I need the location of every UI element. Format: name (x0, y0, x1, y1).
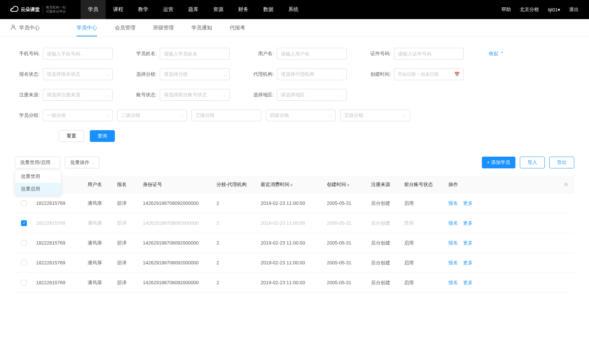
cell-consume: 2019-02-23 11:00:00 (258, 220, 324, 226)
more-link[interactable]: 更多 (463, 280, 473, 285)
enroll-link[interactable]: 报名 (448, 280, 458, 285)
id-column[interactable]: 身份证号 (140, 181, 214, 188)
filter-label: 报名状态: (15, 71, 40, 78)
more-link[interactable]: 更多 (463, 220, 473, 226)
cell-source: 后台创建 (368, 220, 401, 226)
row-checkbox[interactable] (21, 240, 27, 246)
chevron-down-icon: ⌵ (106, 93, 109, 97)
filter-label: 手机号码: (15, 50, 40, 57)
filter-label: 创建时间: (366, 71, 391, 78)
filter-input[interactable] (43, 48, 113, 60)
collapse-link[interactable]: 收起 ⌃ (489, 50, 504, 57)
sub-nav-item-1[interactable]: 会员管理 (115, 19, 135, 36)
sub-nav-item-0[interactable]: 学员中心 (77, 19, 97, 36)
more-link[interactable]: 更多 (463, 200, 473, 206)
bulk-enable-item[interactable]: 批量启用 (15, 183, 61, 195)
export-button[interactable]: 导出 (549, 157, 574, 168)
group-select-0[interactable]: 一级分组⌵ (43, 110, 113, 121)
filter-input[interactable] (160, 48, 230, 60)
branch-selector[interactable]: 北京分校 (520, 6, 539, 13)
nav-item-1[interactable]: 课程 (106, 0, 131, 19)
gear-icon[interactable]: ⚙ (490, 182, 574, 187)
cell-create: 2005-05-31 (324, 280, 368, 285)
filter-input[interactable] (277, 48, 347, 60)
sub-nav-item-4[interactable]: 代报考 (230, 19, 245, 36)
logo[interactable]: 云朵课堂 教育机构一站式服务云平台 (10, 6, 66, 14)
group-select-4[interactable]: 五级分组⌵ (340, 110, 410, 121)
sort-icon: ◆ (347, 183, 350, 187)
filter-select[interactable]: 请选择前台账号状态⌵ (160, 89, 230, 101)
source-column[interactable]: 注册来源 (368, 181, 401, 188)
nav-item-4[interactable]: 题库 (181, 0, 206, 19)
cell-consume: 2019-02-23 11:00:00 (258, 200, 324, 206)
filter-select[interactable]: 请选择报名状态⌵ (43, 68, 113, 80)
cell-branch: 2 (214, 260, 258, 265)
group-select-2[interactable]: 三级分组⌵ (191, 110, 261, 121)
filter-select[interactable]: 请选择注册来源⌵ (43, 89, 113, 101)
enroll-link[interactable]: 报名 (448, 260, 458, 265)
table-row: 18222615769潘筠厚邵泽142629198708092000000220… (15, 193, 574, 213)
username-column[interactable]: 用户名 (85, 181, 114, 188)
user-menu[interactable]: lijt01▾ (548, 7, 560, 13)
nav-item-6[interactable]: 财务 (231, 0, 256, 19)
create-column[interactable]: 创建时间◆ (324, 181, 368, 188)
add-student-button[interactable]: + 添加学员 (482, 157, 515, 168)
nav-item-2[interactable]: 教学 (131, 0, 156, 19)
row-checkbox[interactable] (21, 280, 27, 286)
row-checkbox[interactable]: ✓ (21, 220, 27, 226)
help-link[interactable]: 帮助 (501, 6, 511, 13)
filter-label: 证件号码: (366, 50, 391, 57)
group-select-3[interactable]: 四级分组⌵ (266, 110, 336, 121)
reset-button[interactable]: 重置 (59, 130, 84, 142)
cell-status: 启用 (401, 260, 445, 266)
group-row: 学员分组: 一级分组⌵二级分组⌵三级分组⌵四级分组⌵五级分组⌵ (15, 110, 574, 121)
cell-id: 142629198708092000000 (140, 200, 214, 206)
enroll-link[interactable]: 报名 (448, 200, 458, 206)
more-link[interactable]: 更多 (463, 260, 473, 265)
table-row: 18222615769潘筠厚邵泽142629198708092000000220… (15, 233, 574, 253)
cell-phone: 18222615769 (33, 220, 85, 226)
row-checkbox[interactable] (21, 260, 27, 266)
bulk-toggle-dropdown[interactable]: 批量禁用/启用⌵ (15, 157, 60, 168)
cell-username: 潘筠厚 (85, 200, 114, 207)
logo-text: 云朵课堂 (21, 6, 40, 13)
nav-item-0[interactable]: 学员 (81, 0, 106, 19)
chevron-up-icon: ⌃ (500, 51, 504, 56)
import-button[interactable]: 导入 (520, 157, 545, 168)
date-range-picker[interactable]: 开始日期 ~ 结束日期📅 (394, 68, 464, 80)
bulk-action-dropdown[interactable]: 批量操作⌵ (65, 157, 99, 168)
sub-nav-item-3[interactable]: 学员通知 (191, 19, 212, 36)
logout-link[interactable]: 退出 (569, 6, 579, 13)
filter-select[interactable]: 请选择代理机构⌵ (277, 68, 347, 80)
filter-input[interactable] (394, 48, 464, 60)
enroll-link[interactable]: 报名 (448, 240, 458, 246)
chevron-down-icon: ⌵ (181, 114, 183, 118)
cell-status: 启用 (401, 279, 445, 286)
group-select-1[interactable]: 二级分组⌵ (117, 110, 187, 121)
filter-group: 创建时间:开始日期 ~ 结束日期📅 (366, 68, 464, 80)
search-button[interactable]: 查询 (90, 130, 115, 142)
nav-item-8[interactable]: 系统 (281, 0, 306, 19)
enroll-column[interactable]: 报名 (114, 181, 140, 188)
bulk-disable-item[interactable]: 批量禁用 (15, 170, 61, 183)
filter-select[interactable]: 请选择地区⌵ (277, 89, 347, 101)
table-row: 18222615769潘筠厚邵泽142629198708092000000220… (15, 253, 574, 273)
status-column[interactable]: 前台账号状态 (401, 181, 445, 188)
cell-action: 报名更多 (445, 260, 490, 266)
row-checkbox[interactable] (21, 200, 27, 206)
sub-nav-item-2[interactable]: 班级管理 (153, 19, 174, 36)
consume-column[interactable]: 最近消费时间◆ (258, 181, 324, 188)
branch-column[interactable]: 分校-代理机构 (214, 181, 258, 188)
nav-item-7[interactable]: 数据 (256, 0, 281, 19)
filter-select[interactable]: 请选择分校⌵ (160, 68, 230, 80)
cell-enroll: 邵泽 (114, 260, 140, 266)
cell-id: 142629198708092000000 (140, 260, 214, 265)
nav-item-5[interactable]: 资源 (206, 0, 231, 19)
cell-status: 启用 (401, 200, 445, 207)
cell-create: 2005-05-31 (324, 200, 368, 206)
cell-phone: 18222615769 (33, 200, 85, 206)
nav-item-3[interactable]: 运营 (156, 0, 181, 19)
enroll-link[interactable]: 报名 (448, 220, 458, 226)
more-link[interactable]: 更多 (463, 240, 473, 246)
cell-id: 142629198708092000000 (140, 240, 214, 246)
